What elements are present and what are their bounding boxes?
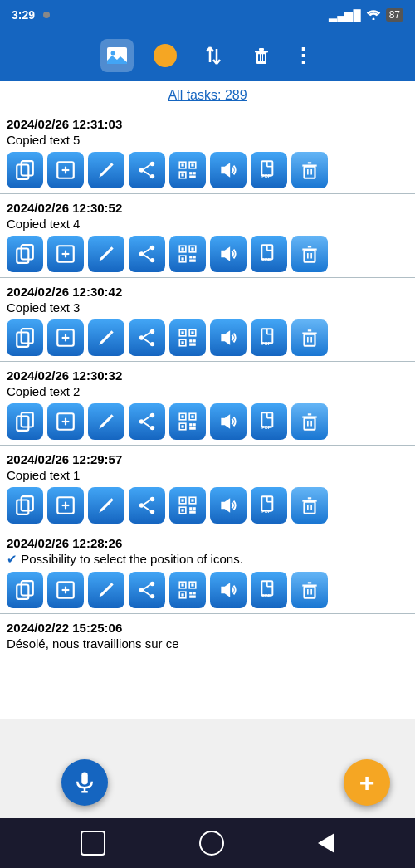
delete-btn-0[interactable] <box>291 152 328 188</box>
status-bar: 3:29 ▂▄▆█ 87 <box>0 0 415 30</box>
edit-btn-0[interactable] <box>88 152 124 188</box>
svg-rect-142 <box>189 507 192 510</box>
svg-rect-84 <box>189 339 192 342</box>
qr-btn-3[interactable] <box>169 403 206 440</box>
qr-btn-1[interactable] <box>169 236 206 272</box>
svg-rect-83 <box>181 341 183 344</box>
pdf-btn-0[interactable]: PDF <box>251 152 287 188</box>
delete-btn-2[interactable] <box>291 319 328 356</box>
status-time: 3:29 <box>12 8 35 22</box>
svg-text:PDF: PDF <box>261 425 271 430</box>
svg-point-102 <box>150 413 154 417</box>
svg-point-131 <box>150 497 154 501</box>
add-btn-3[interactable] <box>47 403 84 440</box>
svg-rect-143 <box>193 507 196 510</box>
pdf-btn-1[interactable]: PDF <box>251 236 287 272</box>
status-dot <box>43 12 50 18</box>
svg-point-16 <box>139 168 144 172</box>
svg-rect-57 <box>189 260 196 262</box>
svg-rect-69 <box>17 333 28 347</box>
sound-btn-4[interactable] <box>210 487 247 524</box>
sound-btn-3[interactable] <box>210 403 247 440</box>
all-tasks-link[interactable]: All tasks: 289 <box>168 88 247 102</box>
svg-point-45 <box>139 251 144 256</box>
svg-line-164 <box>144 591 150 595</box>
svg-point-0 <box>372 17 374 20</box>
all-tasks-bar: All tasks: 289 <box>0 81 415 110</box>
copy-btn-5[interactable] <box>7 572 43 608</box>
copy-btn-1[interactable] <box>7 236 43 272</box>
circle-indicator <box>154 44 177 67</box>
add-btn-0[interactable] <box>47 152 84 188</box>
svg-rect-115 <box>189 427 196 430</box>
clip-timestamp-3: 2024/02/26 12:30:32 <box>7 368 408 383</box>
sound-btn-0[interactable] <box>210 152 247 188</box>
pdf-btn-3[interactable]: PDF <box>251 403 287 440</box>
copy-btn-3[interactable] <box>7 403 43 440</box>
sound-btn-2[interactable] <box>210 319 247 356</box>
svg-point-74 <box>139 335 144 339</box>
pdf-btn-2[interactable]: PDF <box>251 319 287 356</box>
nav-back-btn[interactable] <box>318 833 334 853</box>
delete-btn-3[interactable] <box>291 403 328 440</box>
delete-btn-5[interactable] <box>291 572 328 608</box>
add-btn-2[interactable] <box>47 319 84 356</box>
clip-text-6: Désolé, nous travaillions sur ce <box>7 636 408 651</box>
clip-timestamp-0: 2024/02/26 12:31:03 <box>7 117 408 131</box>
clip-item-6: 2024/02/22 15:25:06 Désolé, nous travail… <box>0 614 415 661</box>
svg-rect-6 <box>259 48 264 51</box>
svg-point-3 <box>111 51 115 56</box>
svg-line-19 <box>144 171 150 175</box>
share-btn-3[interactable] <box>129 403 165 440</box>
toolbar-trash-btn[interactable] <box>245 39 278 72</box>
nav-square-btn[interactable] <box>81 831 105 856</box>
toolbar-image-btn[interactable] <box>100 39 134 72</box>
svg-rect-98 <box>17 417 28 431</box>
edit-btn-4[interactable] <box>88 487 124 524</box>
sound-btn-5[interactable] <box>210 572 247 608</box>
toolbar-sort-btn[interactable] <box>197 39 230 72</box>
svg-rect-139 <box>191 499 193 501</box>
svg-rect-68 <box>22 329 33 343</box>
qr-btn-4[interactable] <box>169 487 206 524</box>
share-btn-2[interactable] <box>129 319 165 356</box>
qr-btn-5[interactable] <box>169 572 206 608</box>
svg-rect-173 <box>189 596 196 598</box>
qr-btn-2[interactable] <box>169 319 206 356</box>
pdf-btn-5[interactable]: PDF <box>251 572 287 608</box>
edit-btn-3[interactable] <box>88 403 124 440</box>
delete-btn-4[interactable] <box>291 487 328 524</box>
fab-add-button[interactable]: + <box>344 759 390 806</box>
share-btn-5[interactable] <box>129 572 165 608</box>
toolbar-more-btn[interactable]: ⋮ <box>293 44 315 67</box>
share-btn-4[interactable] <box>129 487 165 524</box>
add-btn-4[interactable] <box>47 487 84 524</box>
toolbar-circle-btn[interactable] <box>149 39 182 72</box>
add-btn-5[interactable] <box>47 572 84 608</box>
svg-rect-52 <box>191 247 193 250</box>
svg-rect-121 <box>305 418 315 430</box>
qr-btn-0[interactable] <box>169 152 206 188</box>
action-row-2: PDF <box>7 319 408 356</box>
sound-btn-1[interactable] <box>210 236 247 272</box>
svg-rect-85 <box>193 339 196 342</box>
svg-rect-168 <box>191 583 193 586</box>
pdf-btn-4[interactable]: PDF <box>251 487 287 524</box>
share-btn-1[interactable] <box>129 236 165 272</box>
edit-btn-1[interactable] <box>88 236 124 272</box>
add-btn-1[interactable] <box>47 236 84 272</box>
copy-btn-0[interactable] <box>7 152 43 188</box>
svg-rect-171 <box>189 592 192 594</box>
share-btn-0[interactable] <box>129 152 165 188</box>
delete-btn-1[interactable] <box>291 236 328 272</box>
svg-line-18 <box>144 165 150 169</box>
nav-home-btn[interactable] <box>199 831 224 856</box>
svg-marker-145 <box>221 498 230 512</box>
edit-btn-2[interactable] <box>88 319 124 356</box>
copy-btn-4[interactable] <box>7 487 43 524</box>
status-right: ▂▄▆█ 87 <box>329 8 403 22</box>
edit-btn-5[interactable] <box>88 572 124 608</box>
fab-mic-button[interactable] <box>61 759 108 806</box>
copy-btn-2[interactable] <box>7 319 43 356</box>
clip-item-4: 2024/02/26 12:29:57 Copied text 1 PDF <box>0 446 415 529</box>
